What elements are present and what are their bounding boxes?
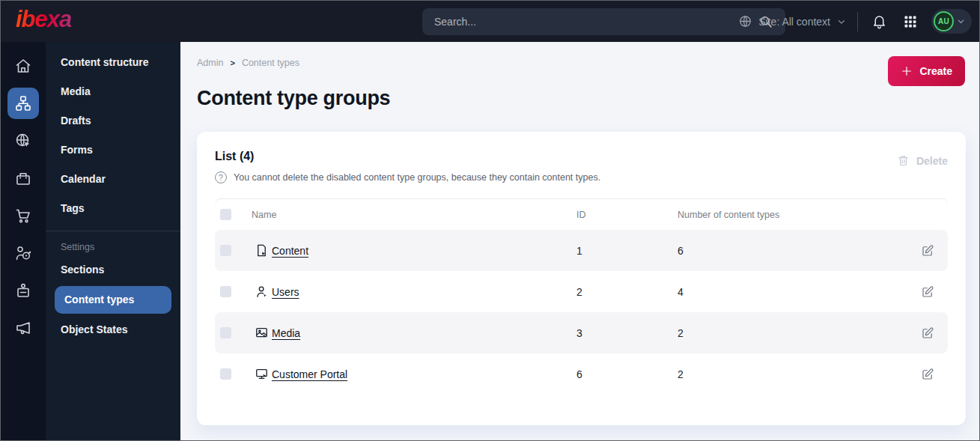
rail-item-content-structure[interactable] [7, 88, 39, 119]
list-title: List (4) [215, 150, 600, 163]
sidebar-item-media[interactable]: Media [46, 77, 180, 106]
list-help-text: You cannot delete the disabled content t… [234, 172, 600, 183]
plus-icon [901, 65, 913, 77]
row-checkbox[interactable] [220, 327, 231, 338]
monitor-icon [252, 367, 272, 381]
rail-item-marketing[interactable] [7, 312, 39, 344]
group-link-media[interactable]: Media [272, 327, 576, 339]
delete-button[interactable]: Delete [897, 154, 948, 167]
create-button-label: Create [919, 65, 952, 77]
product-box-icon [14, 169, 32, 187]
site-selector-label: Site: All context [758, 16, 830, 28]
topbar-right-cluster: Site: All context AU [738, 1, 972, 42]
sidebar-item-sections[interactable]: Sections [46, 255, 180, 285]
edit-button[interactable] [913, 284, 942, 300]
sidebar-item-drafts[interactable]: Drafts [46, 106, 180, 136]
rail-item-home[interactable] [7, 50, 39, 82]
group-link-customer-portal[interactable]: Customer Portal [272, 368, 576, 380]
sidebar-item-content-types[interactable]: Content types [55, 286, 171, 314]
person-target-icon [14, 244, 32, 262]
row-checkbox[interactable] [220, 368, 231, 380]
group-count: 2 [678, 327, 913, 339]
sidebar-item-calendar[interactable]: Calendar [46, 165, 180, 194]
megaphone-icon [14, 319, 32, 337]
rail-item-corporate-account[interactable] [7, 275, 39, 306]
notifications-bell-icon[interactable] [868, 11, 889, 32]
avatar: AU [934, 11, 954, 31]
table-header-row: Name ID Number of content types [215, 198, 948, 230]
sidebar-item-content-structure[interactable]: Content structure [46, 48, 180, 77]
table-row-customer-portal: Customer Portal 6 2 [215, 353, 948, 395]
trash-icon [897, 154, 910, 167]
sidebar-section-settings: Settings [46, 231, 180, 255]
column-header-name: Name [252, 210, 576, 220]
group-id: 6 [576, 368, 678, 380]
help-circle-icon: ? [215, 171, 227, 183]
topbar: ibexa Site: All context [1, 1, 979, 42]
create-button[interactable]: Create [888, 56, 965, 86]
select-all-checkbox[interactable] [220, 209, 231, 220]
primary-nav-rail [1, 42, 46, 440]
chevron-down-icon [836, 16, 847, 27]
sidebar-item-object-states[interactable]: Object States [46, 315, 180, 344]
group-link-users[interactable]: Users [272, 286, 576, 298]
group-id: 3 [576, 327, 678, 339]
column-header-count: Number of content types [678, 210, 913, 220]
group-id: 1 [576, 245, 678, 257]
group-count: 4 [678, 286, 913, 298]
row-checkbox[interactable] [220, 286, 231, 297]
globe-icon [738, 14, 752, 28]
sidebar-item-tags[interactable]: Tags [46, 194, 180, 223]
row-checkbox[interactable] [220, 245, 231, 256]
breadcrumb-separator: > [230, 58, 234, 67]
group-count: 6 [678, 245, 913, 257]
delete-button-label: Delete [916, 155, 948, 167]
edit-button[interactable] [913, 325, 942, 341]
edit-button[interactable] [913, 366, 942, 383]
column-header-id: ID [576, 210, 678, 220]
globe-cursor-icon [14, 132, 32, 150]
media-image-icon [252, 326, 272, 340]
user-menu[interactable]: AU [931, 9, 972, 34]
breadcrumb-content-types: Content types [242, 58, 299, 68]
search-input[interactable] [434, 16, 755, 28]
id-badge-icon [14, 282, 32, 299]
content-type-groups-table: Name ID Number of content types Content [215, 198, 948, 395]
shopping-cart-icon [14, 207, 32, 225]
table-row-users: Users 2 4 [215, 271, 948, 312]
home-icon [14, 57, 32, 75]
breadcrumb: Admin > Content types [197, 58, 966, 68]
sitemap-icon [14, 94, 32, 112]
rail-item-personalization[interactable] [7, 237, 39, 269]
page-title: Content type groups [197, 87, 966, 110]
user-icon [252, 285, 272, 299]
rail-item-site-context[interactable] [7, 125, 39, 156]
rail-item-product-catalog[interactable] [7, 162, 39, 194]
sidebar-item-forms[interactable]: Forms [46, 136, 180, 165]
edit-button[interactable] [913, 243, 942, 259]
list-help: ? You cannot delete the disabled content… [215, 171, 600, 183]
group-link-content[interactable]: Content [272, 245, 576, 257]
list-panel: List (4) ? You cannot delete the disable… [197, 132, 966, 425]
group-id: 2 [576, 286, 678, 298]
app-switcher-grid-icon[interactable] [900, 11, 921, 32]
table-body: Content 1 6 Users [215, 230, 948, 395]
secondary-sidebar: Content structure Media Drafts Forms Cal… [46, 42, 180, 440]
app-window: ibexa Site: All context [0, 0, 980, 441]
breadcrumb-admin[interactable]: Admin [197, 58, 223, 68]
table-row-content: Content 1 6 [215, 230, 948, 271]
main-content: Admin > Content types Create Content typ… [180, 42, 979, 440]
content-file-icon [252, 243, 272, 258]
topbar-divider [857, 12, 858, 31]
global-search[interactable] [422, 8, 785, 35]
chevron-down-icon [956, 16, 966, 26]
site-context-selector[interactable]: Site: All context [738, 14, 847, 28]
ibexa-logo: ibexa [16, 6, 71, 33]
group-count: 2 [678, 368, 913, 380]
rail-item-commerce[interactable] [7, 200, 39, 231]
table-row-media: Media 3 2 [215, 312, 948, 353]
